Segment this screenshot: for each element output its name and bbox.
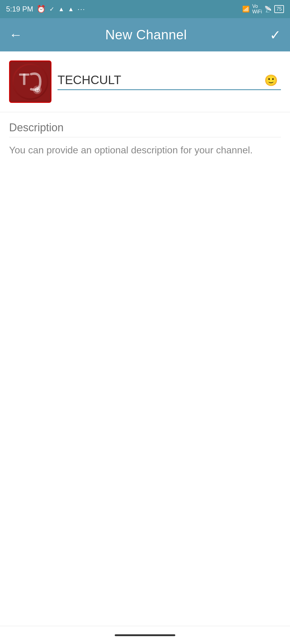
status-icons: 📶 VoWiFi 📡 75: [242, 4, 284, 15]
emoji-button[interactable]: 🙂: [264, 74, 278, 87]
alarm-icon: ⏰: [37, 5, 46, 13]
status-bar: 5:19 PM ⏰ ✓ ▲ ▲ ··· 📶 VoWiFi 📡 75: [0, 0, 290, 18]
profile-section: 🙂: [0, 51, 290, 112]
check-icon: ✓: [49, 5, 54, 13]
drive-icon2: ▲: [68, 6, 74, 13]
drive-icon: ▲: [58, 6, 64, 13]
battery-indicator: 75: [274, 5, 284, 13]
svg-point-0: [14, 65, 47, 98]
status-time: 5:19 PM ⏰ ✓ ▲ ▲ ···: [6, 5, 85, 13]
wifi-icon: 📡: [264, 5, 272, 13]
description-section: You can provide an optional description …: [0, 112, 290, 157]
description-hint: You can provide an optional description …: [9, 143, 281, 157]
dots-icon: ···: [77, 5, 85, 13]
avatar-container[interactable]: [9, 60, 51, 103]
signal-icon: 📶: [242, 5, 250, 13]
vo-wifi-label: VoWiFi: [252, 4, 262, 15]
bottom-nav: [0, 626, 290, 644]
app-bar: ← New Channel ✓: [0, 18, 290, 51]
svg-rect-2: [23, 74, 25, 85]
name-input-container: 🙂: [58, 73, 281, 90]
description-input[interactable]: [9, 121, 281, 137]
time-text: 5:19 PM: [6, 5, 33, 13]
confirm-button[interactable]: ✓: [270, 27, 281, 43]
bottom-home-indicator: [115, 634, 175, 636]
back-button[interactable]: ←: [9, 27, 22, 42]
page-title: New Channel: [105, 27, 187, 42]
channel-name-input[interactable]: [58, 73, 281, 90]
avatar-circle: [12, 64, 48, 100]
avatar-logo: [14, 65, 47, 98]
content-area: 🙂 You can provide an optional descriptio…: [0, 51, 290, 157]
